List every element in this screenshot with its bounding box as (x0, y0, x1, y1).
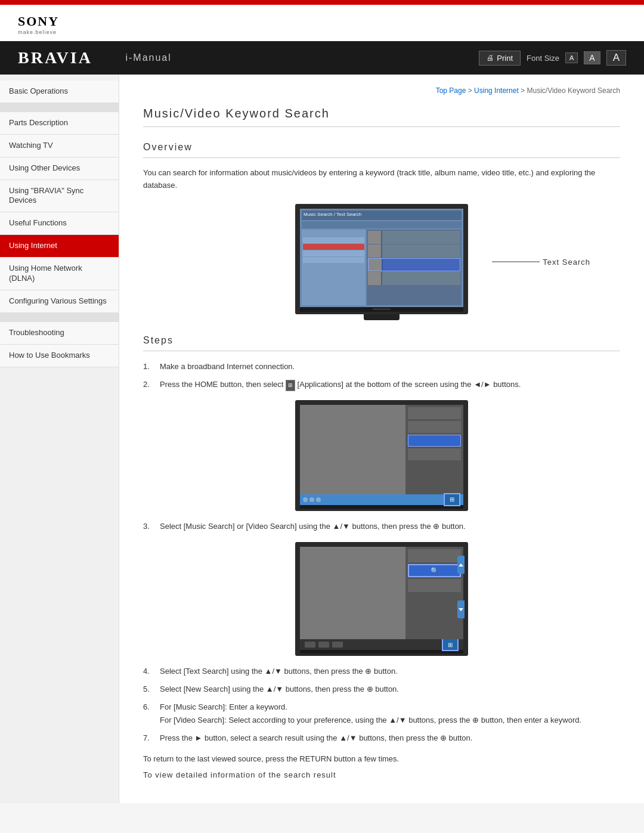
screen-thumb-1 (368, 231, 381, 244)
step-5-text: Select [New Search] using the ▲/▼ button… (160, 683, 399, 696)
nav-dot-3 (316, 497, 321, 502)
sidebar-gap-2 (0, 313, 119, 322)
step-7-text: Press the ► button, select a search resu… (160, 732, 472, 745)
side-item-3 (408, 448, 461, 460)
step3-screenshot-container: 🔍 ⊞ (143, 542, 620, 656)
nav-dot-1 (303, 497, 308, 502)
screen-result-2 (368, 244, 460, 258)
breadcrumb-current: Music/Video Keyword Search (527, 86, 620, 95)
content-area: Top Page > Using Internet > Music/Video … (119, 75, 644, 803)
up-arrow (457, 556, 465, 574)
screen-content-left: Music Search / Text Search (300, 209, 463, 307)
screen-thumb-3 (369, 259, 382, 271)
font-size-label: Font Size (527, 54, 559, 63)
tv-screen-3: 🔍 (300, 547, 463, 639)
step2-screenshot-container: ⊞ (143, 400, 620, 511)
breadcrumb-top-page[interactable]: Top Page (436, 86, 466, 95)
side-item-1 (408, 407, 461, 419)
nav-icons-3 (305, 642, 343, 648)
step-5-num: 5. (143, 683, 155, 696)
step-4-num: 4. (143, 665, 155, 678)
sidebar-item-basic-operations[interactable]: Basic Operations (0, 80, 119, 103)
step-3-num: 3. (143, 520, 155, 533)
top-accent-bar (0, 0, 644, 5)
screen-list-item-3 (303, 250, 364, 256)
arrow-up-icon (459, 563, 463, 566)
steps-list: 1. Make a broadband Internet connection.… (143, 360, 620, 391)
screen-main-area (302, 230, 462, 305)
tv-mockup-2: ⊞ (295, 400, 468, 511)
screen-search-bar (302, 221, 462, 228)
grid-icon-2-symbol: ⊞ (448, 642, 453, 648)
tv-frame-1: Music Search / Text Search (295, 204, 468, 314)
sony-tagline: make.believe (18, 29, 626, 35)
tv-base-3 (300, 650, 463, 654)
step-6-row: 6. For [Music Search]: Enter a keyword.F… (143, 701, 620, 727)
bravia-logo: BRAVIA (18, 48, 92, 67)
font-medium-button[interactable]: A (584, 51, 600, 64)
font-large-button[interactable]: A (606, 50, 626, 66)
sidebar-item-configuring-various-settings[interactable]: Configuring Various Settings (0, 290, 119, 313)
sidebar-item-useful-functions[interactable]: Useful Functions (0, 212, 119, 235)
nav-dots (303, 497, 321, 502)
font-small-button[interactable]: A (565, 52, 578, 63)
screen-results (367, 230, 462, 305)
breadcrumb-using-internet[interactable]: Using Internet (474, 86, 519, 95)
screen-result-text-4 (382, 272, 460, 285)
nav-icon-3-3 (332, 642, 343, 648)
step-2: 2. Press the HOME button, then select ⊞ … (143, 378, 620, 391)
page-title: Music/Video Keyword Search (143, 107, 620, 127)
step-4: 4. Select [Text Search] using the ▲/▼ bu… (143, 665, 620, 678)
side-item-3-1 (408, 549, 461, 562)
header-controls: 🖨 Print Font Size A A A (479, 50, 626, 66)
screen-result-highlighted (368, 258, 460, 271)
step-6-text: For [Music Search]: Enter a keyword.For … (160, 701, 581, 727)
nav-dot-2 (309, 497, 314, 502)
main-layout: Basic Operations Parts Description Watch… (0, 75, 644, 803)
sidebar-item-how-to-use-bookmarks[interactable]: How to Use Bookmarks (0, 345, 119, 367)
nav-bar-2: ⊞ (300, 494, 463, 505)
tv-mockup-1: Music Search / Text Search (295, 204, 468, 320)
screen-main-3 (300, 547, 405, 639)
step-1-text: Make a broadband Internet connection. (160, 360, 295, 373)
arrow-down-icon (459, 608, 463, 611)
sidebar-item-using-home-network[interactable]: Using Home Network (DLNA) (0, 258, 119, 290)
sidebar-item-watching-tv[interactable]: Watching TV (0, 135, 119, 157)
sidebar-gap-1 (0, 103, 119, 112)
screen-result-text-3 (383, 259, 460, 271)
step-2-text: Press the HOME button, then select ⊞ [Ap… (160, 378, 521, 391)
step-4-text: Select [Text Search] using the ▲/▼ butto… (160, 665, 398, 678)
tv-power-indicator (373, 308, 391, 310)
side-search-highlighted: 🔍 (408, 564, 461, 577)
step-6-num: 6. (143, 701, 155, 727)
screen-result-1 (368, 231, 460, 244)
side-item-3-2 (408, 579, 461, 592)
step-3-container: 3. Select [Music Search] or [Video Searc… (143, 520, 620, 533)
tv-screen-1: Music Search / Text Search (300, 209, 463, 307)
step-3-text: Select [Music Search] or [Video Search] … (160, 520, 466, 533)
screen-result-4 (368, 272, 460, 285)
step-6: 6. For [Music Search]: Enter a keyword.F… (143, 701, 620, 727)
sony-area: SONY make.believe (0, 5, 644, 41)
tv-mockup-3: 🔍 ⊞ (295, 542, 468, 656)
sidebar-item-using-internet[interactable]: Using Internet (0, 235, 119, 258)
step-3: 3. Select [Music Search] or [Video Searc… (143, 520, 620, 533)
sidebar-item-troubleshooting[interactable]: Troubleshooting (0, 322, 119, 345)
search-symbol: 🔍 (431, 567, 439, 575)
screen-main-2 (300, 405, 405, 494)
tv-base-bar-1 (300, 307, 463, 312)
sidebar-item-using-bravia-sync[interactable]: Using "BRAVIA" Sync Devices (0, 180, 119, 213)
print-button[interactable]: 🖨 Print (479, 51, 521, 66)
overview-heading: Overview (143, 142, 620, 158)
screen-thumb-4 (368, 272, 381, 285)
screen-side-3: 🔍 (405, 547, 463, 639)
step-5: 5. Select [New Search] using the ▲/▼ but… (143, 683, 620, 696)
grid-icon: ⊞ (444, 493, 460, 506)
sidebar-item-using-other-devices[interactable]: Using Other Devices (0, 157, 119, 180)
tv-base-2 (300, 505, 463, 509)
screen-list-item-1 (303, 231, 364, 237)
sony-logo: SONY (18, 14, 626, 29)
imanual-title: i-Manual (125, 52, 171, 63)
sidebar-item-parts-description[interactable]: Parts Description (0, 112, 119, 135)
screen-list-item-selected (303, 244, 364, 250)
